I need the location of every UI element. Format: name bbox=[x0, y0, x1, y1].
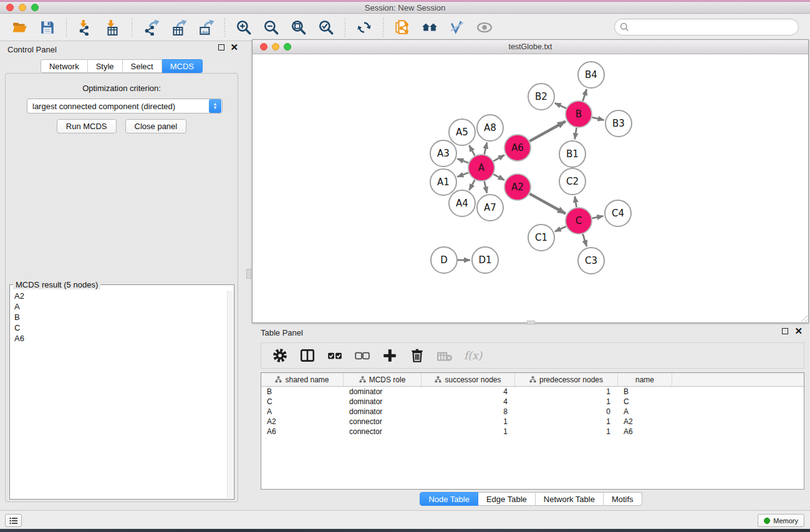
network-node-A3[interactable]: A3 bbox=[430, 140, 456, 167]
table-tab-network-table[interactable]: Network Table bbox=[536, 492, 604, 506]
table-cell[interactable]: A6 bbox=[261, 427, 344, 436]
network-node-B1[interactable]: B1 bbox=[559, 141, 586, 167]
network-node-D1[interactable]: D1 bbox=[472, 247, 498, 273]
table-cell[interactable]: 8 bbox=[422, 407, 515, 416]
divider-thumb-left[interactable] bbox=[246, 269, 251, 279]
table-cell[interactable]: C bbox=[261, 397, 344, 406]
table-tab-node-table[interactable]: Node Table bbox=[420, 492, 478, 506]
network-edge[interactable] bbox=[457, 158, 468, 163]
table-row[interactable]: Bdominator41B bbox=[261, 387, 804, 397]
network-node-A[interactable]: A bbox=[468, 155, 494, 181]
save-session-button[interactable] bbox=[38, 18, 57, 37]
table-cell[interactable]: connector bbox=[344, 427, 422, 436]
task-history-button[interactable] bbox=[5, 514, 22, 527]
table-tab-edge-table[interactable]: Edge Table bbox=[478, 492, 536, 506]
table-tab-motifs[interactable]: Motifs bbox=[604, 492, 642, 506]
table-cell[interactable]: 1 bbox=[515, 417, 618, 426]
table-cell[interactable]: A2 bbox=[261, 417, 344, 426]
table-cell[interactable]: dominator bbox=[344, 387, 422, 396]
tab-network[interactable]: Network bbox=[41, 59, 88, 73]
float-panel-icon[interactable] bbox=[218, 44, 224, 51]
zoom-out-button[interactable] bbox=[262, 18, 281, 37]
network-edge[interactable] bbox=[555, 103, 566, 109]
export-table-button[interactable] bbox=[169, 18, 188, 37]
table-close-icon[interactable]: ✕ bbox=[794, 328, 803, 334]
table-cell[interactable]: 1 bbox=[422, 417, 515, 426]
table-cell[interactable]: A bbox=[618, 407, 672, 416]
gear-button[interactable] bbox=[272, 347, 288, 364]
network-node-C3[interactable]: C3 bbox=[578, 248, 604, 274]
network-node-C2[interactable]: C2 bbox=[559, 168, 586, 195]
column-header[interactable]: name bbox=[618, 373, 672, 386]
table-cell[interactable]: 4 bbox=[422, 387, 515, 396]
column-header[interactable]: shared name bbox=[261, 373, 344, 386]
network-edge[interactable] bbox=[457, 173, 468, 177]
network-node-B[interactable]: B bbox=[566, 101, 592, 127]
table-cell[interactable]: connector bbox=[344, 417, 422, 426]
table-cell[interactable]: A2 bbox=[618, 417, 672, 426]
add-button[interactable] bbox=[382, 347, 398, 364]
mcds-result-item[interactable]: A bbox=[11, 301, 227, 312]
table-cell[interactable]: 1 bbox=[515, 387, 618, 396]
zoom-selected-button[interactable] bbox=[317, 18, 335, 37]
network-node-D[interactable]: D bbox=[431, 247, 457, 273]
network-edge[interactable] bbox=[493, 155, 504, 162]
network-edge[interactable] bbox=[592, 117, 604, 120]
table-cell[interactable]: 1 bbox=[515, 397, 618, 406]
mcds-result-item[interactable]: A2 bbox=[11, 291, 227, 301]
network-edge[interactable] bbox=[469, 180, 475, 190]
close-panel-icon[interactable]: ✕ bbox=[230, 44, 238, 51]
network-node-C1[interactable]: C1 bbox=[528, 225, 554, 251]
network-edge[interactable] bbox=[529, 194, 566, 214]
table-cell[interactable]: A6 bbox=[618, 427, 672, 436]
network-edge[interactable] bbox=[575, 196, 577, 208]
table-row[interactable]: A6connector11A6 bbox=[261, 427, 804, 437]
table-row[interactable]: Adominator80A bbox=[261, 407, 804, 417]
network-node-A5[interactable]: A5 bbox=[449, 119, 475, 145]
zoom-in-button[interactable] bbox=[234, 18, 253, 37]
network-edge[interactable] bbox=[575, 128, 577, 140]
table-row[interactable]: A2connector11A2 bbox=[261, 417, 804, 427]
table-cell[interactable]: dominator bbox=[344, 407, 422, 416]
network-edge[interactable] bbox=[469, 145, 475, 156]
network-edge[interactable] bbox=[583, 234, 587, 246]
table-cell[interactable]: B bbox=[618, 387, 672, 396]
close-panel-button[interactable]: Close panel bbox=[125, 119, 187, 133]
network-node-C[interactable]: C bbox=[566, 208, 592, 234]
export-network-button[interactable] bbox=[142, 18, 160, 37]
network-node-B3[interactable]: B3 bbox=[605, 110, 632, 137]
network-node-B2[interactable]: B2 bbox=[528, 84, 554, 110]
table-cell[interactable]: 0 bbox=[515, 407, 618, 416]
column-header[interactable]: MCDS role bbox=[344, 373, 422, 386]
network-node-B4[interactable]: B4 bbox=[578, 62, 604, 88]
network-node-A2[interactable]: A2 bbox=[504, 174, 531, 200]
network-canvas[interactable]: AA6A2BCA1A3A4A5A7A8B1B2B3B4C1C2C3C4DD1 bbox=[253, 54, 808, 322]
table-cell[interactable]: 1 bbox=[422, 427, 515, 436]
memory-button[interactable]: Memory bbox=[758, 514, 804, 527]
network-edge[interactable] bbox=[555, 226, 566, 231]
select-all-button[interactable] bbox=[327, 347, 343, 364]
column-header[interactable]: predecessor nodes bbox=[515, 373, 618, 386]
network-edge[interactable] bbox=[583, 89, 587, 101]
mcds-result-item[interactable]: B bbox=[11, 312, 227, 322]
run-mcds-button[interactable]: Run MCDS bbox=[57, 119, 117, 133]
mcds-list-scrollbar[interactable] bbox=[227, 291, 233, 498]
network-edge[interactable] bbox=[529, 122, 566, 142]
columns-button[interactable] bbox=[299, 347, 316, 364]
hide-selected-button[interactable] bbox=[448, 18, 466, 37]
table-cell[interactable]: A bbox=[261, 407, 344, 416]
column-header[interactable]: successor nodes bbox=[422, 373, 515, 386]
network-node-A4[interactable]: A4 bbox=[449, 190, 475, 216]
refresh-button[interactable] bbox=[355, 18, 374, 37]
home-view-button[interactable] bbox=[420, 18, 439, 37]
open-file-button[interactable] bbox=[11, 18, 29, 37]
mcds-result-item[interactable]: C bbox=[11, 322, 227, 333]
network-edge[interactable] bbox=[493, 174, 504, 180]
open-network-file-button[interactable] bbox=[393, 18, 412, 37]
network-node-A8[interactable]: A8 bbox=[477, 115, 503, 141]
table-cell[interactable]: B bbox=[261, 387, 344, 396]
import-network-button[interactable] bbox=[76, 18, 95, 37]
table-cell[interactable]: 1 bbox=[515, 427, 618, 436]
table-row[interactable]: Cdominator41C bbox=[261, 397, 804, 407]
network-edge[interactable] bbox=[485, 181, 487, 193]
